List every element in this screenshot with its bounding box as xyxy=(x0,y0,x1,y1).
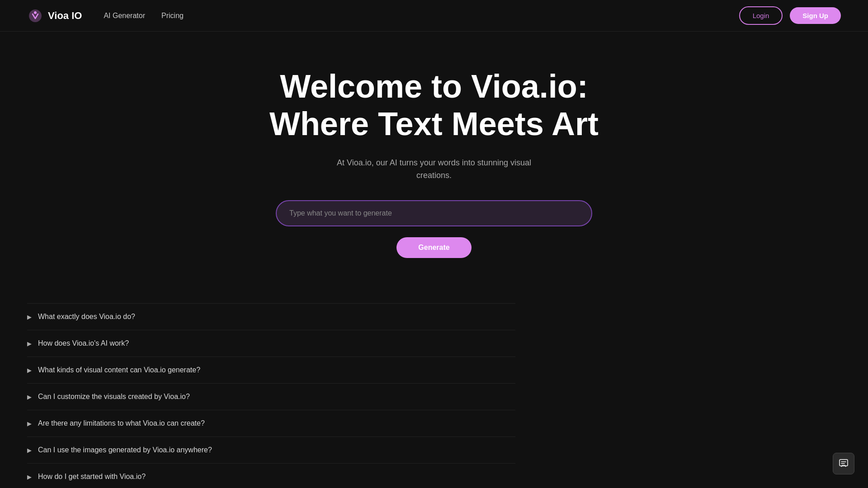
faq-arrow-0: ▶ xyxy=(27,314,32,320)
hero-subtitle: At Vioa.io, our AI turns your words into… xyxy=(321,156,547,183)
nav-links: AI Generator Pricing xyxy=(104,12,184,20)
logo-text: Vioa IO xyxy=(48,10,82,22)
faq-item-4[interactable]: ▶ Are there any limitations to what Vioa… xyxy=(27,410,515,437)
input-container xyxy=(276,200,592,226)
faq-arrow-5: ▶ xyxy=(27,447,32,454)
faq-question-5: Can I use the images generated by Vioa.i… xyxy=(38,446,212,454)
navbar: Vioa IO AI Generator Pricing Login Sign … xyxy=(0,0,868,32)
nav-link-pricing[interactable]: Pricing xyxy=(161,12,184,20)
faq-item-1[interactable]: ▶ How does Vioa.io's AI work? xyxy=(27,330,515,357)
nav-link-ai-generator[interactable]: AI Generator xyxy=(104,12,145,20)
faq-arrow-6: ▶ xyxy=(27,474,32,480)
generate-input[interactable] xyxy=(276,200,592,226)
faq-question-0: What exactly does Vioa.io do? xyxy=(38,313,135,321)
faq-arrow-3: ▶ xyxy=(27,394,32,400)
navbar-right: Login Sign Up xyxy=(739,6,841,25)
faq-item-2[interactable]: ▶ What kinds of visual content can Vioa.… xyxy=(27,357,515,384)
faq-question-1: How does Vioa.io's AI work? xyxy=(38,339,129,347)
faq-arrow-1: ▶ xyxy=(27,340,32,347)
hero-section: Welcome to Vioa.io: Where Text Meets Art… xyxy=(0,32,868,285)
signup-button[interactable]: Sign Up xyxy=(790,7,841,24)
logo[interactable]: Vioa IO xyxy=(27,8,82,24)
faq-item-5[interactable]: ▶ Can I use the images generated by Vioa… xyxy=(27,437,515,464)
hero-title: Welcome to Vioa.io: Where Text Meets Art xyxy=(231,68,637,143)
faq-item-6[interactable]: ▶ How do I get started with Vioa.io? xyxy=(27,464,515,488)
faq-arrow-2: ▶ xyxy=(27,367,32,374)
faq-arrow-4: ▶ xyxy=(27,420,32,427)
vioa-logo-icon xyxy=(27,8,43,24)
faq-question-4: Are there any limitations to what Vioa.i… xyxy=(38,419,205,427)
login-button[interactable]: Login xyxy=(739,6,783,25)
navbar-left: Vioa IO AI Generator Pricing xyxy=(27,8,184,24)
generate-button[interactable]: Generate xyxy=(396,237,471,258)
faq-item-3[interactable]: ▶ Can I customize the visuals created by… xyxy=(27,384,515,410)
svg-point-0 xyxy=(34,11,37,14)
svg-rect-1 xyxy=(840,460,848,466)
faq-question-2: What kinds of visual content can Vioa.io… xyxy=(38,366,200,374)
faq-question-3: Can I customize the visuals created by V… xyxy=(38,393,190,401)
faq-item-0[interactable]: ▶ What exactly does Vioa.io do? xyxy=(27,303,515,330)
faq-question-6: How do I get started with Vioa.io? xyxy=(38,473,146,481)
chat-icon-button[interactable] xyxy=(833,453,854,474)
chat-icon xyxy=(839,459,849,469)
faq-section: ▶ What exactly does Vioa.io do? ▶ How do… xyxy=(0,285,542,488)
